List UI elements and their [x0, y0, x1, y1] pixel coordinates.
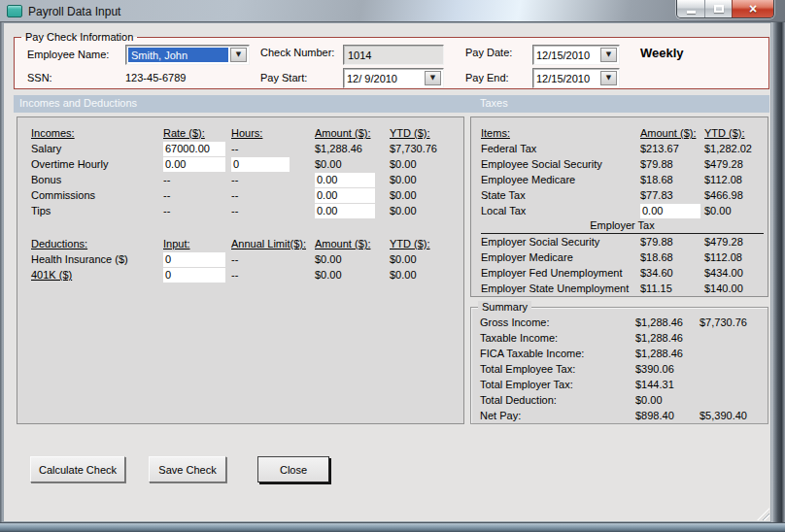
table-row: Commissions -- -- $0.00	[31, 187, 463, 203]
table-row: Employer Medicare$18.68$112.08	[481, 249, 768, 265]
local-tax-input[interactable]	[640, 204, 700, 218]
pay-start-value: 12/ 9/2010	[344, 69, 423, 87]
payroll-window: Payroll Data Input × Pay Check Informati…	[0, 0, 785, 532]
employer-tax-divider: Employer Tax	[481, 219, 764, 234]
pay-date-label: Pay Date:	[465, 47, 512, 58]
check-number-field[interactable]: 1014	[343, 45, 444, 65]
minimize-icon	[687, 11, 696, 14]
table-row: Employee Social Security$79.88$479.28	[481, 156, 768, 172]
chevron-down-icon: ▼	[430, 75, 435, 82]
pay-start-label: Pay Start:	[260, 72, 307, 83]
chevron-down-icon: ▼	[236, 51, 241, 58]
close-button[interactable]: Close	[257, 456, 329, 482]
health-insurance-input[interactable]	[163, 252, 225, 267]
table-row: Employer State Unemployment$11.15$140.00	[481, 281, 768, 296]
table-row: Bonus -- -- $0.00	[31, 172, 463, 187]
pay-end-label: Pay End:	[465, 72, 509, 83]
pay-frequency-label: Weekly	[640, 46, 684, 60]
ssn-value: 123-45-6789	[125, 72, 186, 83]
taxes-header: Taxes	[480, 97, 508, 109]
table-row: Total Employer Tax:$144.31	[480, 377, 768, 392]
employee-name-select[interactable]: Smith, John ▼	[125, 45, 250, 65]
table-row: Tips -- -- $0.00	[31, 203, 463, 218]
table-row: Taxable Income:$1,288.46	[480, 330, 768, 346]
minimize-button[interactable]	[677, 0, 704, 17]
table-row: FICA Taxable Income:$1,288.46	[480, 346, 768, 361]
table-row: Salary -- $1,288.46 $7,730.76	[31, 141, 463, 156]
table-row: 401K ($) -- $0.00 $0.00	[31, 267, 463, 283]
taxes-panel: Items: Amount ($): YTD ($): Federal Tax$…	[470, 116, 768, 297]
pay-end-picker[interactable]: 12/15/2010 ▼	[532, 68, 620, 88]
paycheck-info-group: Pay Check Information Employee Name: Smi…	[14, 31, 769, 89]
commissions-amount-input[interactable]	[315, 188, 375, 203]
check-number-value: 1014	[348, 50, 371, 61]
maximize-icon	[714, 5, 724, 13]
summary-group-legend: Summary	[478, 301, 531, 314]
window-border-bottom	[0, 522, 785, 532]
pay-end-dropdown-button[interactable]: ▼	[600, 71, 617, 85]
section-header-bar: Incomes and Deductions Taxes	[14, 95, 769, 113]
ssn-label: SSN:	[27, 72, 52, 83]
calculate-check-button[interactable]: Calculate Check	[30, 456, 125, 482]
app-icon	[7, 5, 22, 17]
pay-start-picker[interactable]: 12/ 9/2010 ▼	[343, 68, 444, 88]
employee-dropdown-button[interactable]: ▼	[230, 48, 247, 62]
table-row: Employer Fed Unemployment$34.60$434.00	[481, 265, 768, 281]
incomes-deductions-panel: Incomes: Rate ($): Hours: Amount ($): YT…	[17, 116, 464, 424]
tips-amount-input[interactable]	[315, 204, 375, 218]
table-row: Local Tax $0.00	[481, 203, 768, 218]
paycheck-group-legend: Pay Check Information	[21, 31, 137, 44]
window-border-right	[771, 22, 785, 532]
table-row: Total Deduction:$0.00	[480, 392, 768, 408]
resize-grip[interactable]	[757, 508, 769, 520]
table-row: Gross Income:$1,288.46$7,730.76	[480, 315, 768, 330]
chevron-down-icon: ▼	[606, 75, 611, 82]
chevron-down-icon: ▼	[606, 51, 611, 58]
401k-input[interactable]	[163, 268, 225, 283]
bonus-amount-input[interactable]	[315, 173, 375, 187]
deductions-header-row: Deductions: Input: Annual Limit($): Amou…	[31, 236, 463, 251]
table-row: Overtime Hourly $0.00 $0.00	[31, 156, 463, 172]
employee-name-value: Smith, John	[128, 48, 228, 62]
close-window-button[interactable]: ×	[732, 0, 773, 17]
taxes-header-row: Items: Amount ($): YTD ($):	[481, 125, 768, 141]
pay-date-dropdown-button[interactable]: ▼	[600, 48, 617, 62]
window-title: Payroll Data Input	[28, 5, 120, 18]
table-row: Total Employee Tax:$390.06	[480, 361, 768, 377]
pay-date-picker[interactable]: 12/15/2010 ▼	[532, 45, 620, 65]
client-area: Pay Check Information Employee Name: Smi…	[3, 22, 771, 522]
table-row: Employer Social Security$79.88$479.28	[481, 234, 768, 249]
maximize-button[interactable]	[704, 0, 732, 17]
table-row: Net Pay:$898.40$5,390.40	[480, 408, 768, 423]
incomes-header-row: Incomes: Rate ($): Hours: Amount ($): YT…	[31, 125, 463, 141]
check-number-label: Check Number:	[260, 47, 334, 58]
pay-date-value: 12/15/2010	[533, 46, 598, 64]
overtime-hours-input[interactable]	[231, 157, 290, 172]
table-row: Health Insurance ($) -- $0.00 $0.00	[31, 251, 463, 267]
title-bar[interactable]: Payroll Data Input ×	[0, 0, 785, 22]
401k-link-label[interactable]: 401K ($)	[31, 269, 163, 281]
employee-name-label: Employee Name:	[27, 49, 109, 60]
salary-rate-input[interactable]	[163, 142, 225, 156]
caption-buttons: ×	[676, 0, 774, 18]
table-row: State Tax$77.83$466.98	[481, 187, 768, 203]
table-row: Employee Medicare$18.68$112.08	[481, 172, 768, 187]
pay-start-dropdown-button[interactable]: ▼	[425, 71, 441, 85]
summary-group: Summary Gross Income:$1,288.46$7,730.76 …	[470, 301, 768, 424]
overtime-rate-input[interactable]	[163, 157, 225, 172]
incomes-deductions-header: Incomes and Deductions	[19, 97, 137, 109]
table-row: Federal Tax$213.67$1,282.02	[481, 141, 768, 156]
pay-end-value: 12/15/2010	[533, 69, 598, 87]
close-icon: ×	[749, 2, 757, 16]
save-check-button[interactable]: Save Check	[149, 456, 226, 482]
